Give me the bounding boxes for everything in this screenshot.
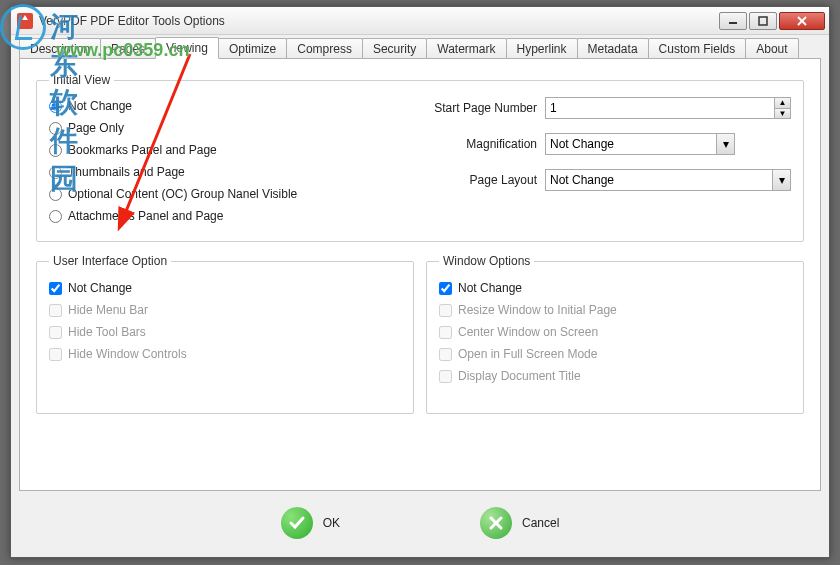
page-layout-label: Page Layout: [409, 173, 537, 187]
option-checkbox: Open in Full Screen Mode: [439, 347, 597, 361]
initial-view-legend: Initial View: [49, 73, 114, 87]
cancel-button[interactable]: Cancel: [480, 507, 559, 539]
magnification-value: Not Change: [546, 137, 716, 151]
tab-hyperlink[interactable]: Hyperlink: [506, 38, 578, 58]
initial-view-radio[interactable]: Page Only: [49, 121, 124, 135]
initial-view-radios: Not ChangePage OnlyBookmarks Panel and P…: [49, 97, 389, 229]
checkbox-label: Not Change: [458, 281, 522, 295]
ok-label: OK: [323, 516, 340, 530]
initial-view-radio[interactable]: Optional Content (OC) Group Nanel Visibl…: [49, 187, 297, 201]
option-checkbox: Resize Window to Initial Page: [439, 303, 617, 317]
dialog-buttons: OK Cancel: [19, 491, 821, 539]
option-checkbox: Hide Menu Bar: [49, 303, 148, 317]
tab-security[interactable]: Security: [362, 38, 427, 58]
option-checkbox: Hide Tool Bars: [49, 325, 146, 339]
start-page-label: Start Page Number: [409, 101, 537, 115]
tab-viewing[interactable]: Viewing: [155, 37, 219, 59]
checkbox-label: Hide Window Controls: [68, 347, 187, 361]
minimize-button[interactable]: [719, 12, 747, 30]
page-layout-combo[interactable]: Not Change ▾: [545, 169, 791, 191]
app-icon: [17, 13, 33, 29]
close-button[interactable]: [779, 12, 825, 30]
initial-view-radio[interactable]: Thumbnails and Page: [49, 165, 185, 179]
checkbox-label: Open in Full Screen Mode: [458, 347, 597, 361]
initial-view-radio[interactable]: Not Change: [49, 99, 132, 113]
titlebar: VeryPDF PDF Editor Tools Options: [11, 7, 829, 35]
tab-compress[interactable]: Compress: [286, 38, 363, 58]
radio-label: Not Change: [68, 99, 132, 113]
window-title: VeryPDF PDF Editor Tools Options: [39, 14, 717, 28]
checkbox-label: Display Document Title: [458, 369, 581, 383]
cross-icon: [480, 507, 512, 539]
checkbox-label: Hide Menu Bar: [68, 303, 148, 317]
checkbox-label: Hide Tool Bars: [68, 325, 146, 339]
tab-pages[interactable]: Pages: [100, 38, 156, 58]
tabstrip: DescriptionPagesViewingOptimizeCompressS…: [19, 37, 821, 59]
window-option-legend: Window Options: [439, 254, 534, 268]
checkbox-label: Not Change: [68, 281, 132, 295]
radio-label: Attachments Panel and Page: [68, 209, 223, 223]
start-page-input[interactable]: [546, 98, 774, 118]
tab-optimize[interactable]: Optimize: [218, 38, 287, 58]
ok-button[interactable]: OK: [281, 507, 340, 539]
tab-about[interactable]: About: [745, 38, 798, 58]
magnification-combo[interactable]: Not Change ▾: [545, 133, 735, 155]
radio-label: Page Only: [68, 121, 124, 135]
spin-up-icon[interactable]: ▲: [775, 98, 790, 109]
ui-option-legend: User Interface Option: [49, 254, 171, 268]
ui-option-group: User Interface Option Not ChangeHide Men…: [36, 254, 414, 414]
radio-label: Thumbnails and Page: [68, 165, 185, 179]
radio-label: Bookmarks Panel and Page: [68, 143, 217, 157]
client-area: DescriptionPagesViewingOptimizeCompressS…: [11, 35, 829, 539]
option-checkbox: Center Window on Screen: [439, 325, 598, 339]
magnification-label: Magnification: [409, 137, 537, 151]
start-page-spinner[interactable]: ▲▼: [545, 97, 791, 119]
window-option-group: Window Options Not ChangeResize Window t…: [426, 254, 804, 414]
app-window: VeryPDF PDF Editor Tools Options Descrip…: [10, 6, 830, 558]
tab-watermark[interactable]: Watermark: [426, 38, 506, 58]
chevron-down-icon[interactable]: ▾: [716, 134, 734, 154]
checkbox-label: Resize Window to Initial Page: [458, 303, 617, 317]
initial-view-group: Initial View Not ChangePage OnlyBookmark…: [36, 73, 804, 242]
option-checkbox[interactable]: Not Change: [439, 281, 522, 295]
checkbox-label: Center Window on Screen: [458, 325, 598, 339]
chevron-down-icon[interactable]: ▾: [772, 170, 790, 190]
option-checkbox[interactable]: Not Change: [49, 281, 132, 295]
tab-description[interactable]: Description: [19, 38, 101, 58]
option-checkbox: Display Document Title: [439, 369, 581, 383]
tab-metadata[interactable]: Metadata: [577, 38, 649, 58]
check-icon: [281, 507, 313, 539]
option-checkbox: Hide Window Controls: [49, 347, 187, 361]
spin-down-icon[interactable]: ▼: [775, 109, 790, 119]
svg-rect-1: [759, 17, 767, 25]
page-layout-value: Not Change: [546, 173, 772, 187]
cancel-label: Cancel: [522, 516, 559, 530]
radio-label: Optional Content (OC) Group Nanel Visibl…: [68, 187, 297, 201]
initial-view-radio[interactable]: Attachments Panel and Page: [49, 209, 223, 223]
initial-view-radio[interactable]: Bookmarks Panel and Page: [49, 143, 217, 157]
tab-viewing-page: Initial View Not ChangePage OnlyBookmark…: [19, 59, 821, 491]
maximize-button[interactable]: [749, 12, 777, 30]
tab-custom-fields[interactable]: Custom Fields: [648, 38, 747, 58]
